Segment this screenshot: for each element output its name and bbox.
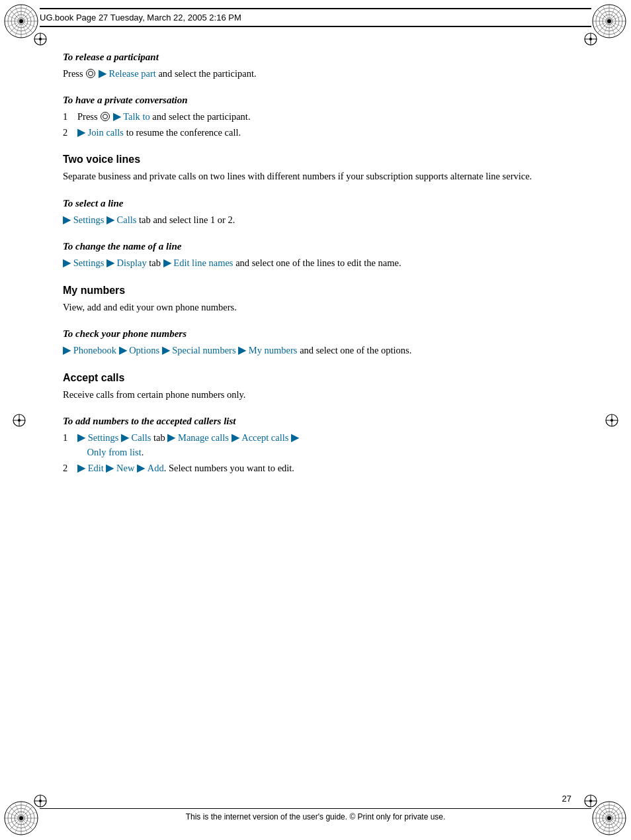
arrow-icon-1: ▶: [99, 68, 106, 79]
body-change-name: ▶ Settings ▶ Display tab ▶ Edit line nam…: [63, 256, 568, 271]
footer-text: This is the internet version of the user…: [186, 812, 446, 821]
settings-link-1: Settings: [73, 214, 105, 225]
arrow-icon-3: ▶: [77, 127, 85, 138]
arrow-icon-12: ▶: [238, 345, 249, 355]
only-from-list-link: Only from list: [87, 447, 142, 457]
body-private: 1 Press ▶ Talk to and select the partici…: [63, 110, 568, 140]
arrow-icon-13: ▶: [77, 432, 85, 443]
section-title-my-numbers: My numbers: [63, 283, 568, 299]
body-accept-calls: Receive calls from certain phone numbers…: [63, 388, 568, 402]
arrow-icon-18: ▶: [77, 463, 85, 473]
side-mark-tr: [583, 32, 598, 46]
settings-link-3: Settings: [88, 432, 119, 443]
step-2b-content: ▶ Edit ▶ New ▶ Add. Select numbers you w…: [77, 461, 294, 476]
svg-point-41: [19, 816, 23, 820]
body-check-phone: ▶ Phonebook ▶ Options ▶ Special numbers …: [63, 344, 568, 358]
section-title-private: To have a private conversation: [63, 93, 568, 108]
section-add-numbers: To add numbers to the accepted callers l…: [63, 414, 568, 476]
new-link: New: [116, 463, 134, 473]
svg-point-13: [19, 19, 23, 23]
arrow-icon-6: ▶: [63, 257, 71, 268]
section-title-accept-calls: Accept calls: [63, 370, 568, 386]
main-content: To release a participant Press ▶ Release…: [63, 50, 568, 787]
body-release: Press ▶ Release part and select the part…: [63, 67, 568, 81]
arrow-icon-10: ▶: [119, 345, 130, 355]
arrow-icon-11: ▶: [162, 345, 173, 355]
section-title-two-voice: Two voice lines: [63, 152, 568, 167]
section-release-participant: To release a participant Press ▶ Release…: [63, 50, 568, 81]
join-calls-link: Join calls: [88, 127, 124, 138]
body-two-voice: Separate business and private calls on t…: [63, 169, 568, 184]
section-title-select-line: To select a line: [63, 196, 568, 211]
arrow-icon-15: ▶: [167, 432, 175, 443]
side-mark-bl: [33, 794, 48, 808]
edit-line-names-link: Edit line names: [173, 257, 233, 268]
add-link: Add: [147, 463, 164, 473]
arrow-icon-17: ▶: [291, 432, 299, 443]
arrow-icon-14: ▶: [121, 432, 132, 443]
side-mark-tl: [33, 32, 48, 46]
arrow-icon-16: ▶: [231, 432, 242, 443]
section-title-change-name: To change the name of a line: [63, 239, 568, 254]
body-my-numbers: View, add and edit your own phone number…: [63, 301, 568, 315]
section-change-line-name: To change the name of a line ▶ Settings …: [63, 239, 568, 270]
arrow-icon-8: ▶: [163, 257, 171, 268]
my-numbers-link: My numbers: [249, 345, 298, 355]
side-mark-ml: [12, 413, 26, 428]
accept-calls-link: Accept calls: [241, 432, 288, 443]
menu-button-icon: [86, 69, 95, 78]
header-bar: UG.book Page 27 Tuesday, March 22, 2005 …: [40, 8, 591, 27]
settings-link-2: Settings: [73, 257, 105, 268]
section-title-check-phone: To check your phone numbers: [63, 326, 568, 342]
page-number: 27: [562, 794, 571, 804]
header-text: UG.book Page 27 Tuesday, March 22, 2005 …: [40, 13, 241, 23]
svg-point-55: [607, 816, 611, 820]
special-numbers-link: Special numbers: [172, 345, 235, 355]
display-link: Display: [117, 257, 147, 268]
arrow-icon-19: ▶: [106, 463, 116, 473]
body-select-line: ▶ Settings ▶ Calls tab and select line 1…: [63, 213, 568, 228]
options-link: Options: [129, 345, 159, 355]
calls-link-2: Calls: [132, 432, 151, 443]
manage-calls-link: Manage calls: [178, 432, 229, 443]
release-part-link: Release part: [109, 68, 156, 79]
menu-button-icon-2: [101, 112, 110, 121]
section-my-numbers: My numbers View, add and edit your own p…: [63, 283, 568, 315]
side-mark-br: [583, 794, 598, 808]
section-private-conversation: To have a private conversation 1 Press ▶…: [63, 93, 568, 140]
calls-link-1: Calls: [117, 214, 137, 225]
section-select-line: To select a line ▶ Settings ▶ Calls tab …: [63, 196, 568, 227]
step-num-1b: 1: [63, 431, 73, 460]
arrow-icon-4: ▶: [63, 214, 71, 225]
side-mark-mr: [605, 413, 619, 428]
talk-to-link: Talk to: [123, 111, 149, 122]
footer-bar: This is the internet version of the user…: [40, 808, 591, 821]
step-1b-content: ▶ Settings ▶ Calls tab ▶ Manage calls ▶ …: [77, 431, 299, 460]
arrow-icon-2: ▶: [113, 111, 121, 122]
step-num-2a: 2: [63, 126, 73, 140]
svg-point-27: [607, 19, 611, 23]
phonebook-link: Phonebook: [73, 345, 116, 355]
section-title-release: To release a participant: [63, 50, 568, 65]
section-title-add-numbers: To add numbers to the accepted callers l…: [63, 414, 568, 429]
section-check-phone: To check your phone numbers ▶ Phonebook …: [63, 326, 568, 357]
step-num-1a: 1: [63, 110, 73, 124]
step-num-2b: 2: [63, 461, 73, 476]
arrow-icon-20: ▶: [137, 463, 147, 473]
arrow-icon-5: ▶: [106, 214, 117, 225]
step-2a-content: ▶ Join calls to resume the conference ca…: [77, 126, 241, 140]
body-add-numbers: 1 ▶ Settings ▶ Calls tab ▶ Manage calls …: [63, 431, 568, 476]
section-two-voice-lines: Two voice lines Separate business and pr…: [63, 152, 568, 184]
arrow-icon-7: ▶: [106, 257, 117, 268]
section-accept-calls: Accept calls Receive calls from certain …: [63, 370, 568, 402]
step-1a-content: Press ▶ Talk to and select the participa…: [77, 110, 251, 124]
edit-link: Edit: [88, 463, 104, 473]
arrow-icon-9: ▶: [63, 345, 71, 355]
